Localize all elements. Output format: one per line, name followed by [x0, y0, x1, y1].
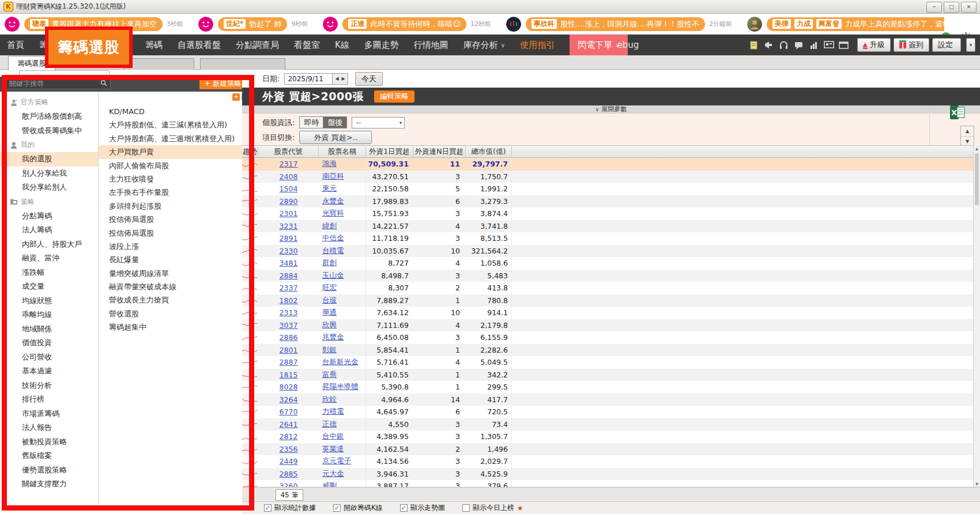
user-avatar[interactable]: [323, 17, 338, 32]
strategy-item[interactable]: 多頭排列起漲股: [99, 199, 243, 213]
table-row[interactable]: 3260威剛3,887.173379.6: [242, 480, 973, 487]
stock-name-link[interactable]: 英業達: [322, 444, 344, 454]
stock-name-link[interactable]: 富喬: [322, 370, 337, 380]
table-row[interactable]: 2330台積電10,035.6710321,564.2: [242, 245, 973, 258]
table-row[interactable]: 2812台中銀4,389.9531,305.7: [242, 430, 973, 443]
add-strategy-icon[interactable]: +: [232, 93, 240, 101]
tree-group-官方策略[interactable]: ▼官方策略: [0, 95, 98, 109]
column-header-股票名稱[interactable]: 股票名稱: [319, 146, 366, 157]
stock-name-link[interactable]: 群創: [322, 258, 337, 268]
stock-name-link[interactable]: 緯創: [322, 221, 337, 231]
table-row[interactable]: 1815富喬5,410.551342.2: [242, 369, 973, 381]
sidebar-item-法人籌碼[interactable]: 法人籌碼: [0, 223, 98, 237]
nav-item-籌碼[interactable]: 籌碼: [145, 35, 163, 55]
table-row[interactable]: 2408南亞科43,270.5131,750.7: [242, 171, 973, 183]
stock-code-link[interactable]: 2884: [280, 271, 298, 280]
user-avatar[interactable]: [747, 17, 762, 32]
stock-code-link[interactable]: 2317: [280, 160, 298, 168]
megaphone-icon[interactable]: [764, 40, 774, 50]
ticker-message-pill[interactable]: 正達此時不賣等待何時，嘻嘻☺: [342, 17, 466, 31]
scroll-up-icon[interactable]: ▲: [974, 145, 979, 152]
sidebar-item-被動投資策略[interactable]: 被動投資策略: [0, 435, 98, 449]
stock-name-link[interactable]: 永豐金: [322, 196, 344, 206]
stock-code-link[interactable]: 3481: [280, 259, 298, 267]
nav-item-看盤室[interactable]: 看盤室: [294, 35, 320, 55]
stock-name-link[interactable]: 東元: [322, 184, 337, 194]
stock-name-link[interactable]: 力積電: [322, 407, 344, 417]
table-row[interactable]: 2337旺宏8,3072413.8: [242, 282, 973, 294]
headset-icon[interactable]: [779, 40, 789, 50]
strategy-item[interactable]: 投信佈局選股: [99, 213, 243, 226]
table-row[interactable]: 2890永豐金17,989.8363,279.3: [242, 195, 973, 208]
table-row[interactable]: 3231緯創14,221.5743,741.8: [242, 220, 973, 233]
stock-code-link[interactable]: 3231: [280, 222, 298, 230]
sidebar-item-排行榜[interactable]: 排行榜: [0, 392, 98, 407]
nav-item-K線[interactable]: K線: [335, 35, 349, 55]
checkbox-開啟籌碼K線[interactable]: ✓: [333, 504, 341, 512]
tree-group-我的[interactable]: ▼我的: [0, 138, 98, 152]
table-row[interactable]: 3481群創8,72741,058.6: [242, 257, 973, 270]
sidebar-item-均線狀態[interactable]: 均線狀態: [0, 294, 98, 308]
window-icon[interactable]: [839, 40, 849, 50]
strategy-item[interactable]: 大戶持股創高、連三週增(累積登入用): [99, 132, 243, 145]
sidebar-item-分點籌碼[interactable]: 分點籌碼: [0, 209, 98, 224]
stock-name-link[interactable]: 欣銓: [322, 395, 337, 405]
strategy-item[interactable]: 量增突破周線清單: [99, 267, 243, 280]
stock-name-link[interactable]: 台玻: [322, 296, 337, 305]
stock-name-link[interactable]: 昇陽半導體: [322, 382, 359, 392]
stock-code-link[interactable]: 1802: [280, 296, 298, 305]
stock-code-link[interactable]: 2885: [280, 470, 298, 478]
sidebar-item-漲跌幅[interactable]: 漲跌幅: [0, 266, 98, 280]
edit-strategy-button[interactable]: 編輯策略: [374, 90, 414, 103]
sidebar-item-營收成長籌碼集中[interactable]: 營收成長籌碼集中: [0, 124, 98, 138]
realtime-option[interactable]: 即時: [300, 117, 323, 128]
sidebar-item-公司營收[interactable]: 公司營收: [0, 350, 98, 365]
user-avatar[interactable]: [198, 17, 213, 32]
strategy-item[interactable]: 營收成長主力搶買: [99, 293, 243, 307]
ticker-message[interactable]: 世紀*勃起了 帥9秒前: [198, 17, 308, 32]
stock-name-link[interactable]: 台積電: [322, 246, 344, 256]
table-row[interactable]: 2317鴻海70,509.311129,797.7: [242, 158, 973, 171]
sidebar-item-基本過濾[interactable]: 基本過濾: [0, 364, 98, 379]
nav-item-庫存分析[interactable]: 庫存分析∨: [463, 35, 505, 55]
settings-dropdown-caret[interactable]: ▾: [966, 38, 975, 52]
table-row[interactable]: 2301光寶科15,751.9333,874.4: [242, 207, 973, 220]
stock-code-link[interactable]: 2408: [280, 172, 298, 181]
scroll-down-icon[interactable]: ▼: [974, 481, 979, 487]
ticker-message[interactable]: 美律力成興富發力成早上真的差點漲停了，還填息填息是意料之內，只是沒: [747, 17, 944, 32]
stock-code-link[interactable]: 2313: [280, 308, 298, 317]
stock-code-link[interactable]: 3264: [280, 395, 298, 404]
expander-icon[interactable]: ▼: [3, 142, 7, 148]
stock-name-link[interactable]: 旺宏: [322, 283, 337, 293]
strategy-item[interactable]: 大戶持股創低、連三減(累積登入用): [99, 118, 243, 131]
stock-code-link[interactable]: 3260: [280, 482, 298, 487]
sidebar-item-地域關係[interactable]: 地域關係: [0, 322, 98, 337]
sidebar-item-別人分享給我[interactable]: 別人分享給我: [0, 167, 98, 181]
stock-name-link[interactable]: 兆豐金: [322, 332, 344, 342]
column-header-外資1日買超[interactable]: 外資1日買超: [366, 146, 413, 157]
stock-name-link[interactable]: 元大金: [322, 469, 344, 479]
sidebar-item-市場派籌碼[interactable]: 市場派籌碼: [0, 407, 98, 421]
stock-code-link[interactable]: 2812: [280, 432, 298, 441]
table-row[interactable]: 8028昇陽半導體5,390.81299.5: [242, 381, 973, 394]
table-row[interactable]: 2356英業達4,162.5421,496: [242, 443, 973, 456]
stock-code-link[interactable]: 2891: [280, 234, 298, 243]
nav-button-升級[interactable]: ▲升級: [857, 38, 891, 52]
stock-name-link[interactable]: 威剛: [322, 481, 337, 487]
stock-name-link[interactable]: 華通: [322, 308, 337, 318]
ticker-message[interactable]: 正達此時不賣等待何時，嘻嘻☺12秒前: [323, 17, 491, 32]
stock-code-link[interactable]: 2337: [280, 284, 298, 292]
tree-group-策略[interactable]: ▼策略: [0, 195, 98, 209]
new-strategy-button[interactable]: + 新建策略: [199, 78, 247, 89]
screen-share-icon[interactable]: [824, 40, 834, 50]
table-row[interactable]: 3264欣銓4,964.614417.7: [242, 394, 973, 406]
table-row[interactable]: 2886兆豐金6,450.0836,155.9: [242, 331, 973, 344]
strategy-item[interactable]: 內部人偷偷布局股: [99, 159, 243, 172]
ticker-message[interactable]: 事欣科股性....漲上，回測月線....再彈！！股性不2分鐘前: [506, 17, 732, 32]
sidebar-item-關鍵支撐壓力[interactable]: 關鍵支撐壓力: [0, 477, 98, 492]
strategy-item[interactable]: 融資帶量突破成本線: [99, 280, 243, 293]
checkbox-顯示統計數據[interactable]: ✓: [264, 504, 272, 512]
maximize-icon[interactable]: □: [944, 2, 959, 13]
item-switch-button[interactable]: 外資 買超>..: [299, 131, 372, 144]
stock-name-link[interactable]: 玉山金: [322, 271, 344, 281]
